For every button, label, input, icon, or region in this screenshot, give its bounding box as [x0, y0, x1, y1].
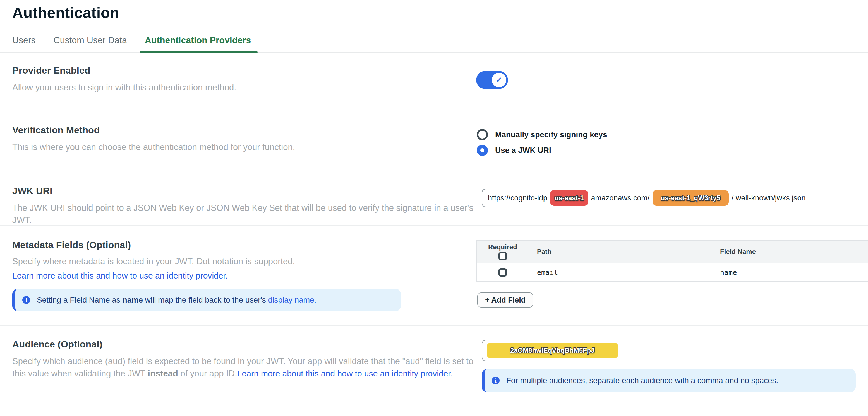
field-name-column-label: Field Name	[720, 248, 756, 256]
jwk-uri-input[interactable]: https://cognito-idp. us-east-1 .amazonaw…	[482, 189, 868, 207]
check-icon: ✓	[495, 76, 502, 84]
audience-description-line2: this value when validating the JWT inste…	[12, 368, 476, 380]
info-icon: i	[22, 296, 30, 304]
metadata-fields-info: Metadata Fields (Optional) Specify where…	[0, 226, 476, 325]
audience-learn-more-link[interactable]: Learn more about this and how to use an …	[237, 369, 453, 378]
metadata-fields-control: Required Path Field Name email	[476, 226, 868, 325]
radio-selected-icon[interactable]	[477, 145, 488, 156]
audience-heading: Audience (Optional)	[12, 339, 476, 350]
region-redaction-badge: us-east-1	[550, 190, 588, 206]
radio-option-manual-keys[interactable]: Manually specify signing keys	[477, 129, 607, 140]
banner-text-start: Setting a Field Name as	[37, 296, 123, 304]
field-name-value: name	[720, 269, 737, 277]
toggle-knob: ✓	[492, 73, 506, 87]
provider-enabled-heading: Provider Enabled	[12, 65, 476, 76]
select-all-required-checkbox[interactable]	[498, 252, 507, 261]
path-value: email	[537, 269, 558, 277]
info-icon: i	[492, 377, 500, 384]
verification-method-description: This is where you can choose the authent…	[12, 141, 476, 153]
metadata-fields-table: Required Path Field Name email	[476, 240, 868, 282]
radio-manual-keys-label: Manually specify signing keys	[495, 130, 607, 139]
audience-description-line1: Specify which audience (aud) field is ex…	[12, 355, 476, 368]
display-name-link[interactable]: display name.	[268, 296, 316, 304]
verification-method-heading: Verification Method	[12, 125, 476, 136]
field-name-banner-text: Setting a Field Name as name will map th…	[37, 296, 316, 305]
jwk-url-prefix: https://cognito-idp.	[488, 194, 550, 202]
audience-description: Specify which audience (aud) field is ex…	[12, 355, 476, 380]
table-header-row: Required Path Field Name	[477, 241, 868, 263]
audience-redaction-badge: 2aOM8hwIEqVbqBhM5FpJ	[487, 343, 618, 358]
jwk-uri-control: https://cognito-idp. us-east-1 .amazonaw…	[476, 171, 868, 225]
path-column-label: Path	[537, 248, 552, 256]
tab-users[interactable]: Users	[12, 35, 36, 52]
section-verification-method: Verification Method This is where you ca…	[0, 111, 868, 171]
header-cell-path: Path	[529, 241, 712, 263]
page-title: Authentication	[12, 4, 868, 21]
section-audience: Audience (Optional) Specify which audien…	[0, 325, 868, 415]
active-tab-underline	[140, 51, 258, 53]
jwk-url-middle: .amazonaws.com/	[589, 194, 650, 202]
section-provider-enabled: Provider Enabled Allow your users to sig…	[0, 53, 868, 111]
authentication-settings-page: Authentication Users Custom User Data Au…	[0, 0, 868, 416]
metadata-fields-description: Specify where metadata is located in you…	[12, 255, 476, 268]
jwk-uri-info: JWK URI The JWK URI should point to a JS…	[0, 171, 476, 225]
provider-enabled-toggle[interactable]: ✓	[476, 71, 508, 89]
jwk-uri-heading: JWK URI	[12, 185, 476, 196]
verification-method-control: Manually specify signing keys Use a JWK …	[476, 111, 868, 171]
section-jwk-uri: JWK URI The JWK URI should point to a JS…	[0, 171, 868, 225]
page-header: Authentication	[0, 0, 868, 21]
required-column-label: Required	[488, 243, 517, 251]
provider-enabled-control: ✓	[476, 53, 868, 111]
radio-dot	[480, 148, 484, 152]
audience-desc-end: of your app ID.	[178, 369, 237, 378]
audience-info-banner: i For multiple audiences, separate each …	[482, 369, 856, 392]
provider-enabled-description: Allow your users to sign in with this au…	[12, 81, 476, 94]
row-cell-field-name[interactable]: name	[712, 264, 868, 281]
tab-authentication-providers-label: Authentication Providers	[145, 35, 251, 45]
audience-banner-text: For multiple audiences, separate each au…	[506, 376, 778, 385]
tab-bar: Users Custom User Data Authentication Pr…	[0, 35, 868, 53]
audience-desc-bold: instead	[148, 369, 178, 378]
row-cell-path[interactable]: email	[529, 264, 712, 281]
audience-desc-start: this value when validating the JWT	[12, 369, 148, 378]
radio-unselected-icon[interactable]	[477, 129, 488, 140]
audience-input[interactable]: 2aOM8hwIEqVbqBhM5FpJ	[482, 340, 868, 361]
row-required-checkbox[interactable]	[498, 268, 507, 277]
metadata-learn-more-link[interactable]: Learn more about this and how to use an …	[12, 271, 228, 280]
jwk-uri-description: The JWK URI should point to a JSON Web K…	[12, 202, 476, 227]
tab-authentication-providers[interactable]: Authentication Providers	[145, 35, 251, 52]
banner-bold-name: name	[123, 296, 143, 304]
table-row: email name	[477, 263, 868, 281]
add-field-button[interactable]: + Add Field	[477, 292, 533, 308]
header-cell-required: Required	[477, 241, 529, 263]
banner-text-middle: will map the field back to the user's	[143, 296, 268, 304]
provider-enabled-info: Provider Enabled Allow your users to sig…	[0, 53, 476, 111]
audience-info: Audience (Optional) Specify which audien…	[0, 326, 476, 415]
tab-custom-user-data[interactable]: Custom User Data	[54, 35, 127, 52]
field-name-info-banner: i Setting a Field Name as name will map …	[12, 288, 401, 311]
section-metadata-fields: Metadata Fields (Optional) Specify where…	[0, 225, 868, 325]
radio-option-jwk-uri[interactable]: Use a JWK URI	[477, 145, 607, 156]
row-cell-required	[477, 264, 529, 281]
verification-method-info: Verification Method This is where you ca…	[0, 111, 476, 171]
metadata-fields-heading: Metadata Fields (Optional)	[12, 240, 476, 250]
header-cell-field-name: Field Name	[712, 241, 868, 263]
verification-method-radio-group: Manually specify signing keys Use a JWK …	[477, 129, 607, 156]
audience-control: 2aOM8hwIEqVbqBhM5FpJ i For multiple audi…	[476, 326, 868, 415]
radio-jwk-uri-label: Use a JWK URI	[495, 146, 551, 155]
jwk-url-suffix: /.well-known/jwks.json	[732, 194, 806, 202]
user-pool-redaction-badge: us-east-1_qW3rty5	[653, 190, 729, 206]
